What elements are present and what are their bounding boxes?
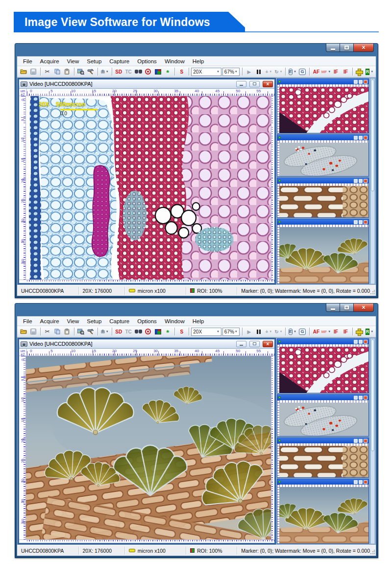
thumb-titlebar[interactable]	[277, 135, 368, 140]
gain-button[interactable]: G	[298, 327, 307, 336]
settings-button[interactable]	[86, 327, 95, 336]
magnification-select[interactable]: 20X▼	[191, 68, 221, 76]
thumb-minimize-button[interactable]	[354, 480, 358, 484]
thumb-maximize-button[interactable]	[359, 340, 363, 344]
camera-capture-button[interactable]: ▼	[100, 67, 109, 77]
menu-item-setup[interactable]: Setup	[83, 57, 105, 65]
cut-button[interactable]: ✂	[43, 67, 52, 77]
thumb-minimize-button[interactable]	[354, 80, 358, 84]
tc-button[interactable]: TC	[124, 67, 133, 77]
thumb-close-button[interactable]	[364, 80, 368, 84]
thumbnail-window-tissue[interactable]	[277, 338, 369, 393]
thumbnail-window-wood[interactable]	[277, 178, 369, 218]
thumb-titlebar[interactable]	[277, 219, 368, 225]
thumb-maximize-button[interactable]	[359, 480, 363, 484]
video-stage[interactable]: 20X 500micron 0.0	[26, 356, 271, 539]
thumb-minimize-button[interactable]	[354, 439, 358, 443]
menu-item-options[interactable]: Options	[133, 57, 161, 65]
save-button[interactable]	[29, 67, 38, 77]
menu-item-window[interactable]: Window	[161, 317, 189, 325]
binoculars-button[interactable]	[134, 327, 143, 336]
video-minimize-button[interactable]	[236, 341, 246, 347]
binoculars-button[interactable]	[134, 67, 143, 77]
copy-button[interactable]	[53, 327, 62, 336]
menu-item-setup[interactable]: Setup	[83, 317, 105, 325]
video-close-button[interactable]: ×	[263, 81, 273, 87]
sidebar-scrollbar[interactable]	[370, 78, 375, 284]
thumb-minimize-button[interactable]	[354, 340, 358, 344]
thumbnail-window-paramecium[interactable]	[277, 134, 369, 177]
if-button-2[interactable]: IF	[341, 327, 350, 336]
menu-item-file[interactable]: File	[19, 317, 36, 325]
open-button[interactable]	[19, 327, 28, 336]
video-minimize-button[interactable]	[236, 81, 246, 87]
thumbnail-window-tissue[interactable]	[277, 78, 369, 133]
menu-item-acquire[interactable]: Acquire	[36, 57, 63, 65]
af-button[interactable]: AF	[312, 327, 320, 336]
menu-item-view[interactable]: View	[63, 57, 83, 65]
snowflake-button[interactable]: *	[163, 327, 172, 336]
target-button[interactable]	[144, 67, 152, 77]
pan-button[interactable]: +▼	[264, 327, 273, 336]
thumb-close-button[interactable]	[364, 136, 368, 140]
af-button[interactable]: AF	[312, 67, 320, 77]
s-button[interactable]: S	[177, 327, 186, 336]
window-titlebar[interactable]: ×	[15, 304, 378, 316]
sd-button[interactable]: SD	[114, 67, 123, 77]
sidebar-scrollbar[interactable]	[370, 338, 375, 544]
play-button[interactable]: ▶	[245, 67, 253, 77]
zoom-select[interactable]: 67%▼	[222, 68, 240, 76]
close-button[interactable]: ×	[353, 44, 374, 52]
preview-button[interactable]	[76, 327, 85, 336]
exposure-button[interactable]: E▼	[288, 67, 297, 77]
camera-capture-button[interactable]: ▼	[100, 327, 109, 336]
thumb-titlebar[interactable]	[277, 438, 368, 443]
thumbnail-window-diatom[interactable]	[277, 219, 369, 284]
roi-button[interactable]: R▼	[365, 327, 374, 336]
play-button[interactable]: ▶	[245, 327, 253, 336]
thumb-minimize-button[interactable]	[354, 179, 358, 183]
thumb-titlebar[interactable]	[277, 339, 368, 344]
resize-grip[interactable]	[370, 550, 375, 555]
gain-button[interactable]: G	[298, 67, 307, 77]
rotate-button[interactable]: ↻▼	[274, 67, 283, 77]
pan-button[interactable]: +▼	[264, 67, 273, 77]
if-button-2[interactable]: IF	[341, 67, 350, 77]
thumb-maximize-button[interactable]	[359, 80, 363, 84]
close-button[interactable]: ×	[353, 304, 374, 312]
video-maximize-button[interactable]	[249, 341, 260, 347]
thumb-minimize-button[interactable]	[354, 220, 358, 224]
window-titlebar[interactable]: ×	[15, 44, 378, 56]
thumb-titlebar[interactable]	[277, 79, 368, 84]
magnification-select[interactable]: 20X▼	[191, 328, 221, 336]
zoom-select[interactable]: 67%▼	[222, 328, 240, 336]
open-button[interactable]	[19, 67, 28, 77]
crosshair-button[interactable]: ▼	[355, 327, 364, 336]
roi-button[interactable]: R▼	[365, 67, 374, 77]
exposure-button[interactable]: E▼	[288, 327, 297, 336]
snowflake-button[interactable]: *	[163, 67, 172, 77]
thumb-close-button[interactable]	[364, 179, 368, 183]
scrollbar-thumb[interactable]	[371, 339, 374, 451]
pause-button[interactable]	[254, 327, 263, 336]
thumb-maximize-button[interactable]	[359, 220, 363, 224]
thumb-close-button[interactable]	[364, 220, 368, 224]
preview-button[interactable]	[76, 67, 85, 77]
maximize-button[interactable]	[340, 304, 353, 312]
menu-item-capture[interactable]: Capture	[105, 317, 133, 325]
thumb-maximize-button[interactable]	[359, 439, 363, 443]
mf-button[interactable]: MF▼	[321, 67, 330, 77]
menu-item-acquire[interactable]: Acquire	[36, 317, 63, 325]
thumb-maximize-button[interactable]	[359, 136, 363, 140]
video-close-button[interactable]: ×	[263, 341, 273, 347]
paste-button[interactable]	[63, 67, 72, 77]
thumb-titlebar[interactable]	[277, 479, 368, 485]
thumb-maximize-button[interactable]	[359, 396, 363, 400]
thumbnail-window-wood[interactable]	[277, 437, 369, 478]
settings-button[interactable]	[86, 67, 95, 77]
maximize-button[interactable]	[340, 44, 353, 52]
thumb-close-button[interactable]	[364, 480, 368, 484]
scrollbar-thumb[interactable]	[371, 79, 374, 191]
s-button[interactable]: S	[177, 67, 186, 77]
thumb-close-button[interactable]	[364, 439, 368, 443]
